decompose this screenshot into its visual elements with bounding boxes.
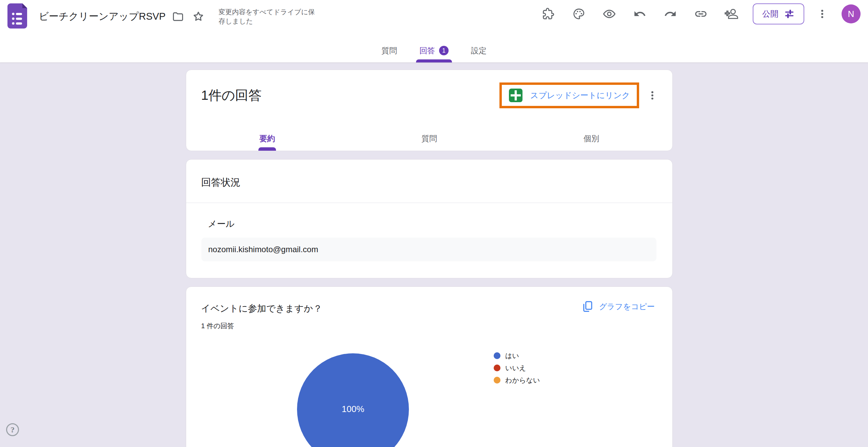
redo-button[interactable] [663, 6, 678, 22]
chart-legend: はい いいえ わからない [494, 350, 540, 386]
add-ons-button[interactable] [540, 6, 556, 22]
star-icon [192, 10, 205, 23]
link-to-sheets-button[interactable]: スプレッドシートにリンク [509, 88, 630, 103]
copy-chart-icon [581, 300, 594, 313]
subtab-individual[interactable]: 個別 [510, 126, 672, 151]
more-options-button[interactable] [814, 6, 830, 22]
legend-label-no: いいえ [505, 364, 526, 373]
pie-chart: 100% [297, 353, 409, 447]
extensions-puzzle-icon [542, 7, 555, 20]
tune-icon [784, 8, 795, 19]
folder-icon [172, 11, 184, 23]
tab-responses-label: 回答 [419, 45, 435, 56]
highlight-annotation-box: スプレッドシートにリンク [499, 82, 639, 108]
copy-chart-button[interactable]: グラフをコピー [581, 300, 655, 313]
tab-settings[interactable]: 設定 [468, 39, 490, 62]
legend-item-no: いいえ [494, 362, 540, 374]
header-right-group: 公開 N [540, 3, 861, 24]
document-title[interactable]: ビーチクリーンアップRSVP [39, 10, 165, 23]
palette-icon [572, 7, 585, 20]
legend-item-unknown: わからない [494, 374, 540, 386]
link-to-sheets-label: スプレッドシートにリンク [530, 90, 630, 101]
customize-theme-button[interactable] [571, 6, 587, 22]
response-status-card: 回答状況 メール nozomii.kishimoto@gmail.com [186, 159, 673, 278]
publish-label: 公開 [762, 8, 778, 19]
email-field-label: メール [208, 218, 235, 230]
subtab-question[interactable]: 質問 [348, 126, 510, 151]
preview-eye-icon [603, 7, 616, 21]
responses-summary-header: 1件の回答 スプレッドシートにリンク [201, 70, 660, 121]
tab-responses[interactable]: 回答 1 [416, 39, 452, 62]
legend-dot-yes [494, 352, 500, 359]
legend-label-unknown: わからない [505, 376, 540, 385]
copy-chart-label: グラフをコピー [599, 301, 655, 312]
email-value: nozomii.kishimoto@gmail.com [208, 245, 318, 254]
question-response-count: 1 件の回答 [201, 321, 234, 331]
forms-logo[interactable] [7, 3, 27, 30]
help-button[interactable]: ? [6, 423, 19, 436]
move-to-folder-button[interactable] [170, 9, 186, 24]
tab-questions-label: 質問 [381, 45, 397, 56]
header-left-group: ビーチクリーンアップRSVP 変更内容をすべてドライブに保存しました [7, 3, 315, 30]
sheets-icon [509, 88, 523, 103]
tab-questions[interactable]: 質問 [378, 39, 400, 62]
copy-link-button[interactable] [693, 6, 709, 22]
person-add-icon [725, 7, 738, 21]
responses-summary-card: 1件の回答 スプレッドシートにリンク [186, 70, 673, 151]
summary-subtabs: 要約 質問 個別 [186, 126, 672, 151]
forms-logo-icon [7, 3, 27, 29]
subtab-question-label: 質問 [421, 133, 437, 144]
redo-icon [664, 7, 677, 20]
responses-count-title: 1件の回答 [201, 86, 262, 105]
kebab-menu-icon [647, 90, 658, 101]
subtab-individual-label: 個別 [584, 133, 599, 144]
subtab-summary-label: 要約 [259, 133, 275, 144]
app-header: ビーチクリーンアップRSVP 変更内容をすべてドライブに保存しました [0, 0, 868, 62]
legend-dot-no [494, 365, 500, 371]
publish-button[interactable]: 公開 [753, 3, 804, 24]
link-icon [694, 7, 708, 21]
email-value-box: nozomii.kishimoto@gmail.com [201, 238, 656, 261]
card-divider [186, 203, 672, 203]
star-button[interactable] [191, 9, 206, 24]
undo-icon [633, 7, 646, 20]
save-status[interactable]: 変更内容をすべてドライブに保存しました [218, 7, 315, 26]
response-status-title: 回答状況 [201, 176, 240, 189]
summary-more-options-button[interactable] [645, 88, 660, 103]
legend-item-yes: はい [494, 350, 540, 362]
account-avatar[interactable]: N [842, 4, 861, 23]
legend-dot-unknown [494, 377, 500, 384]
pie-slice-yes [297, 353, 409, 447]
preview-button[interactable] [601, 6, 617, 22]
tab-settings-label: 設定 [471, 45, 487, 56]
undo-button[interactable] [632, 6, 648, 22]
main-tabs: 質問 回答 1 設定 [0, 39, 868, 62]
active-tab-indicator [416, 59, 452, 62]
pie-slice-label: 100% [342, 404, 364, 414]
subtab-summary[interactable]: 要約 [186, 126, 348, 151]
responses-count-badge: 1 [439, 46, 449, 55]
google-forms-responses-page: ビーチクリーンアップRSVP 変更内容をすべてドライブに保存しました [0, 0, 868, 447]
legend-label-yes: はい [505, 351, 519, 360]
question-title: イベントに参加できますか？ [201, 302, 322, 315]
active-subtab-indicator [258, 147, 276, 151]
question-summary-card: イベントに参加できますか？ グラフをコピー 1 件の回答 100% はい [186, 286, 673, 447]
responses-summary-actions: スプレッドシートにリンク [499, 82, 660, 108]
add-collaborators-button[interactable] [724, 6, 739, 22]
kebab-menu-icon [816, 8, 828, 20]
